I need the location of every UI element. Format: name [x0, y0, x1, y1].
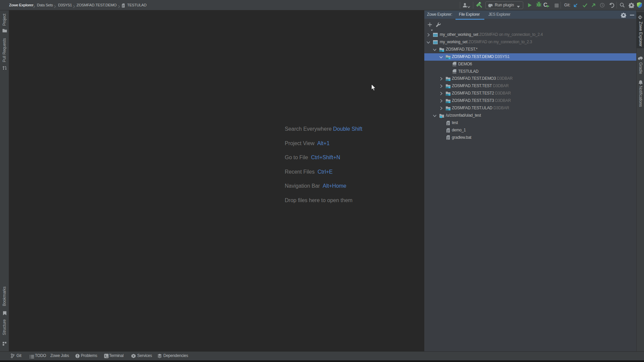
- svg-text:DS: DS: [440, 50, 442, 52]
- svg-text:DS: DS: [446, 101, 449, 103]
- svg-text:DS: DS: [446, 86, 449, 88]
- svg-text:DS: DS: [446, 94, 449, 96]
- svg-text:DS: DS: [446, 109, 449, 111]
- svg-text:C: C: [543, 2, 547, 8]
- svg-text:DS: DS: [446, 57, 449, 59]
- svg-text:Z: Z: [639, 15, 641, 19]
- svg-text:MEM: MEM: [453, 65, 457, 67]
- svg-text:DS: DS: [446, 79, 449, 81]
- svg-text:MEM: MEM: [453, 72, 457, 74]
